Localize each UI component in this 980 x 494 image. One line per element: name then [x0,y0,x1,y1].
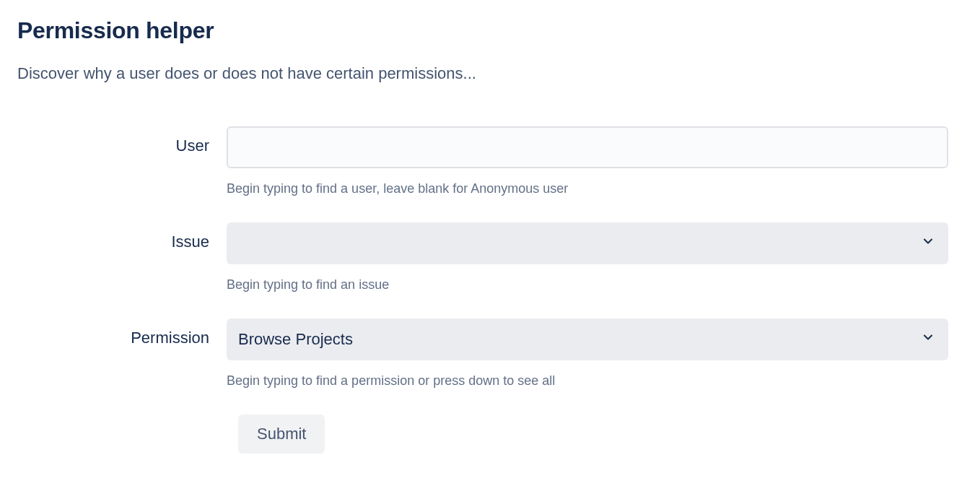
chevron-down-icon [921,330,935,349]
issue-control-wrapper: Begin typing to find an issue [227,222,948,292]
permission-select-value: Browse Projects [238,330,912,349]
issue-label: Issue [17,222,227,251]
page-title: Permission helper [17,17,963,44]
chevron-down-icon [921,234,935,253]
user-control-wrapper: Begin typing to find a user, leave blank… [227,126,948,196]
form-row-permission: Permission Browse Projects Begin typing … [17,318,963,389]
form-row-issue: Issue Begin typing to find an issue [17,222,963,292]
page-description: Discover why a user does or does not hav… [17,64,963,83]
permission-control-wrapper: Browse Projects Begin typing to find a p… [227,318,948,389]
user-label: User [17,126,227,155]
permission-select[interactable]: Browse Projects [227,318,948,360]
issue-helper-text: Begin typing to find an issue [227,277,948,292]
permission-helper-text: Begin typing to find a permission or pre… [227,373,948,389]
issue-select[interactable] [227,222,948,264]
permission-label: Permission [17,318,227,347]
submit-row: Submit [227,415,963,454]
user-input[interactable] [227,126,948,168]
submit-button[interactable]: Submit [238,415,325,454]
user-helper-text: Begin typing to find a user, leave blank… [227,181,948,196]
form-row-user: User Begin typing to find a user, leave … [17,126,963,196]
